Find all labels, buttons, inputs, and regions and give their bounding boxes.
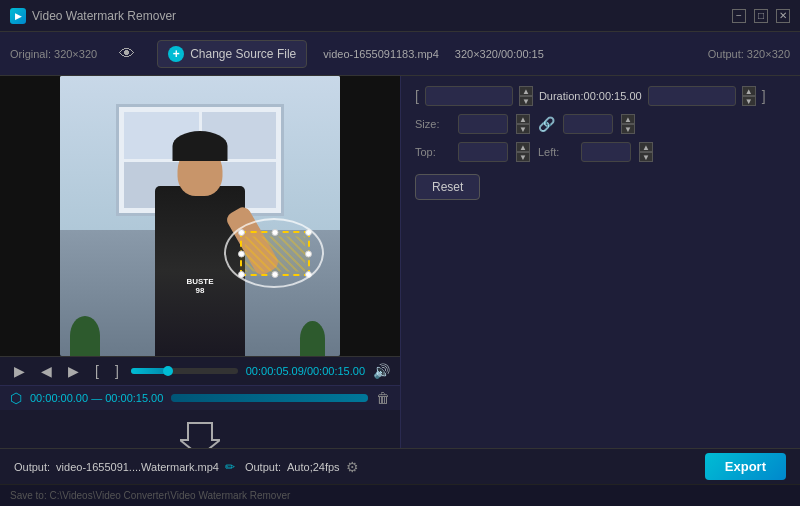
top-up[interactable]: ▲ — [516, 142, 530, 152]
start-time-input[interactable]: 00:00:00.00 — [425, 86, 513, 106]
timeline-track[interactable] — [171, 394, 368, 402]
time-row: [ 00:00:00.00 ▲ ▼ Duration:00:00:15.00 0… — [415, 86, 786, 106]
toolbar: Original: 320×320 👁 + Change Source File… — [0, 32, 800, 76]
timeline-range: 00:00:00.00 — 00:00:15.00 — [30, 392, 163, 404]
end-time-spinner[interactable]: ▲ ▼ — [742, 86, 756, 106]
clip-end-button[interactable]: ] — [111, 361, 123, 381]
titlebar-left: ▶ Video Watermark Remover — [10, 8, 176, 24]
end-time-down[interactable]: ▼ — [742, 96, 756, 106]
resize-handle-bl[interactable] — [238, 271, 245, 278]
controls-bar: ▶ ◀ ▶ [ ] 00:00:05.09/00:00:15.00 🔊 — [0, 356, 400, 385]
bottom-bar: Output: video-1655091....Watermark.mp4 ✏… — [0, 448, 800, 484]
video-preview: BUSTE 98 — [0, 76, 400, 356]
svg-marker-0 — [180, 423, 220, 448]
format-value: Auto;24fps — [287, 461, 340, 473]
output-resolution-label: Output: 320×320 — [708, 48, 790, 60]
size-w-spinner[interactable]: ▲ ▼ — [516, 114, 530, 134]
time-display: 00:00:05.09/00:00:15.00 — [246, 365, 365, 377]
video-frame: BUSTE 98 — [60, 76, 340, 356]
start-time-spinner[interactable]: ▲ ▼ — [519, 86, 533, 106]
timeline-fill — [171, 394, 368, 402]
plus-icon: + — [168, 46, 184, 62]
save-path: Save to: C:\Videos\Video Converter\Video… — [10, 490, 290, 501]
resize-handle-ml[interactable] — [238, 250, 245, 257]
size-w-down[interactable]: ▼ — [516, 124, 530, 134]
output-filename: video-1655091....Watermark.mp4 — [56, 461, 219, 473]
change-source-button[interactable]: + Change Source File — [157, 40, 307, 68]
delete-timeline-button[interactable]: 🗑 — [376, 390, 390, 406]
resize-handle-tm[interactable] — [272, 229, 279, 236]
left-input[interactable]: 230 — [581, 142, 631, 162]
size-h-down[interactable]: ▼ — [621, 124, 635, 134]
file-info: video-1655091183.mp4 320×320/00:00:15 — [323, 48, 544, 60]
reset-button[interactable]: Reset — [415, 174, 480, 200]
minimize-button[interactable]: − — [732, 9, 746, 23]
bracket-left: [ — [415, 88, 419, 104]
maximize-button[interactable]: □ — [754, 9, 768, 23]
app-title: Video Watermark Remover — [32, 9, 176, 23]
progress-thumb[interactable] — [163, 366, 173, 376]
size-h-up[interactable]: ▲ — [621, 114, 635, 124]
volume-icon[interactable]: 🔊 — [373, 363, 390, 379]
original-resolution-label: Original: 320×320 — [10, 48, 97, 60]
titlebar-controls[interactable]: − □ ✕ — [732, 9, 790, 23]
resize-handle-br[interactable] — [305, 271, 312, 278]
bracket-right: ] — [762, 88, 766, 104]
resize-handle-tr[interactable] — [305, 229, 312, 236]
eye-icon[interactable]: 👁 — [113, 40, 141, 68]
video-controls: ▶ ◀ ▶ [ ] 00:00:05.09/00:00:15.00 🔊 ⬡ 00… — [0, 356, 400, 448]
file-name: video-1655091183.mp4 — [323, 48, 439, 60]
timeline-icon: ⬡ — [10, 390, 22, 406]
size-width-input[interactable]: 82 — [458, 114, 508, 134]
size-h-spinner[interactable]: ▲ ▼ — [621, 114, 635, 134]
file-resolution: 320×320/00:00:15 — [455, 48, 544, 60]
start-time-down[interactable]: ▼ — [519, 96, 533, 106]
top-label: Top: — [415, 146, 450, 158]
app-icon: ▶ — [10, 8, 26, 24]
size-label: Size: — [415, 118, 450, 130]
timeline-bar: ⬡ 00:00:00.00 — 00:00:15.00 🗑 — [0, 385, 400, 410]
resize-handle-tl[interactable] — [238, 229, 245, 236]
export-button[interactable]: Export — [705, 453, 786, 480]
output-format-info: Output: Auto;24fps ⚙ — [245, 459, 359, 475]
output-file-info: Output: video-1655091....Watermark.mp4 ✏ — [14, 460, 235, 474]
clip-start-button[interactable]: [ — [91, 361, 103, 381]
top-down[interactable]: ▼ — [516, 152, 530, 162]
left-label: Left: — [538, 146, 573, 158]
size-row: Size: 82 ▲ ▼ 🔗 56 ▲ ▼ — [415, 114, 786, 134]
end-time-up[interactable]: ▲ — [742, 86, 756, 96]
resize-handle-bm[interactable] — [272, 271, 279, 278]
video-background: BUSTE 98 — [60, 76, 340, 356]
left-down[interactable]: ▼ — [639, 152, 653, 162]
prev-frame-button[interactable]: ◀ — [37, 361, 56, 381]
content-area: BUSTE 98 — [0, 76, 800, 506]
close-button[interactable]: ✕ — [776, 9, 790, 23]
resize-handle-mr[interactable] — [305, 250, 312, 257]
left-spinner[interactable]: ▲ ▼ — [639, 142, 653, 162]
output-prefix: Output: — [14, 461, 50, 473]
duration-label: Duration:00:00:15.00 — [539, 90, 642, 102]
settings-icon[interactable]: ⚙ — [346, 459, 359, 475]
add-area-section: + Add watermark removing area — [0, 410, 400, 448]
size-w-up[interactable]: ▲ — [516, 114, 530, 124]
left-up[interactable]: ▲ — [639, 142, 653, 152]
size-height-input[interactable]: 56 — [563, 114, 613, 134]
edit-filename-icon[interactable]: ✏ — [225, 460, 235, 474]
middle-section: BUSTE 98 — [0, 76, 800, 448]
right-panel: [ 00:00:00.00 ▲ ▼ Duration:00:00:15.00 0… — [400, 76, 800, 448]
end-time-input[interactable]: 00:00:15.00 — [648, 86, 736, 106]
watermark-selection-box[interactable] — [240, 231, 310, 276]
play-button[interactable]: ▶ — [10, 361, 29, 381]
left-section: BUSTE 98 — [0, 76, 400, 448]
progress-bar[interactable] — [131, 368, 238, 374]
down-arrow-icon — [180, 418, 220, 448]
change-source-label: Change Source File — [190, 47, 296, 61]
titlebar: ▶ Video Watermark Remover − □ ✕ — [0, 0, 800, 32]
top-spinner[interactable]: ▲ ▼ — [516, 142, 530, 162]
next-frame-button[interactable]: ▶ — [64, 361, 83, 381]
footer: Save to: C:\Videos\Video Converter\Video… — [0, 484, 800, 506]
link-icon[interactable]: 🔗 — [538, 116, 555, 132]
format-prefix: Output: — [245, 461, 281, 473]
top-input[interactable]: 263 — [458, 142, 508, 162]
start-time-up[interactable]: ▲ — [519, 86, 533, 96]
